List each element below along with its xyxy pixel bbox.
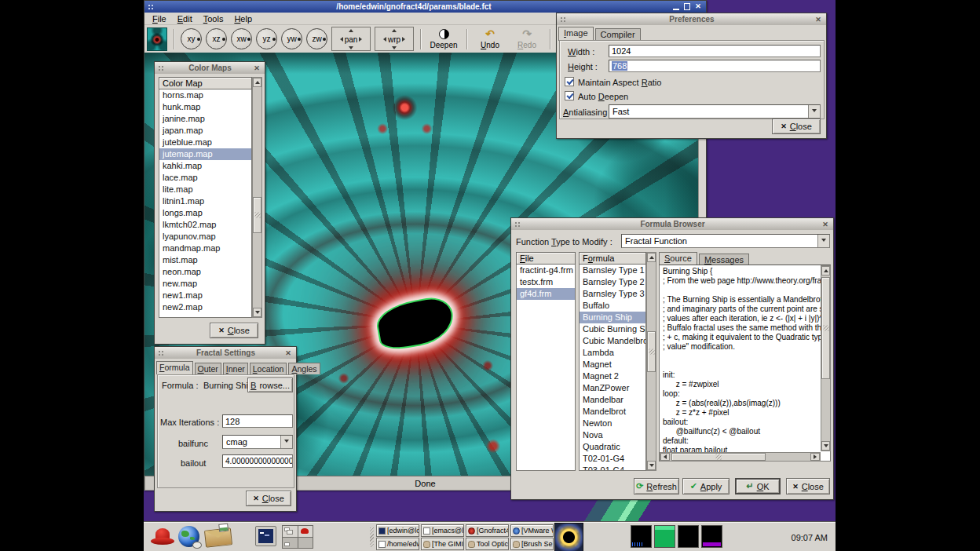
auto-deepen-checkbox[interactable] <box>565 91 574 100</box>
source-vscrollbar[interactable] <box>821 265 831 451</box>
list-item[interactable]: fractint-g4.frm <box>517 265 575 276</box>
menu-tools[interactable]: Tools <box>199 13 229 24</box>
source-hscrollbar[interactable] <box>660 452 821 462</box>
formula-list-scrollbar[interactable] <box>646 252 656 471</box>
file-column-header[interactable]: File <box>516 252 576 265</box>
list-item[interactable]: Cubic Burning Ship <box>580 323 645 335</box>
pan-control[interactable]: pan <box>331 27 371 51</box>
warp-left-icon[interactable] <box>381 37 386 42</box>
undo-button[interactable]: ↶ Undo <box>474 28 506 49</box>
tab-inner[interactable]: Inner <box>223 363 248 374</box>
workspace-2-active[interactable] <box>298 526 313 537</box>
maximize-icon[interactable] <box>682 2 692 11</box>
list-item[interactable]: Barnsley Type 1 <box>580 265 645 276</box>
maintain-aspect-checkbox[interactable] <box>565 77 574 86</box>
list-item[interactable]: Quadratic <box>580 441 645 453</box>
list-item[interactable]: new.map <box>159 278 251 290</box>
list-item-selected[interactable]: Burning Ship <box>580 312 645 323</box>
web-browser-icon[interactable] <box>178 526 199 547</box>
close-icon[interactable]: ✕ <box>693 2 703 11</box>
list-item[interactable]: lace.map <box>159 172 251 184</box>
list-item[interactable]: kahki.map <box>159 160 251 172</box>
list-item[interactable]: T03-01-G4 <box>580 465 645 471</box>
list-item[interactable]: T02-01-G4 <box>580 453 645 465</box>
applet-3[interactable] <box>678 525 699 548</box>
close-icon[interactable]: ✕ <box>814 16 823 24</box>
list-item[interactable]: mist.map <box>159 254 251 266</box>
workspace-4[interactable] <box>298 538 313 549</box>
close-icon[interactable]: ✕ <box>252 64 261 72</box>
pan-down-icon[interactable] <box>349 46 353 52</box>
source-pane[interactable]: Burning Ship { ; From the web page http:… <box>659 265 831 462</box>
taskbar-window-home[interactable]: /home/edw <box>376 538 419 550</box>
workspace-switcher[interactable] <box>282 525 313 549</box>
preferences-titlebar[interactable]: Preferences ✕ <box>557 13 826 25</box>
refresh-button[interactable]: ⟳ Refresh <box>634 478 679 494</box>
minimize-icon[interactable] <box>671 2 681 11</box>
formula-browser-close-button[interactable]: ✕ Close <box>786 478 830 494</box>
tab-angles[interactable]: Angles <box>288 363 320 374</box>
redo-button[interactable]: ↷ Redo <box>510 28 543 49</box>
warp-up-icon[interactable] <box>392 27 397 32</box>
clock[interactable]: 09:07 AM <box>792 523 828 551</box>
fractal-settings-titlebar[interactable]: Fractal Settings ✕ <box>155 347 296 359</box>
pan-right-icon[interactable] <box>359 37 364 42</box>
list-item[interactable]: Barnsley Type 3 <box>580 288 645 300</box>
list-item[interactable]: Mandelbar <box>580 394 645 406</box>
dial-xy[interactable]: xy <box>181 28 202 49</box>
scrollbar-thumb[interactable] <box>671 453 766 461</box>
taskbar-window-vmware[interactable]: [VMware W <box>510 524 554 537</box>
list-item[interactable]: testx.frm <box>517 276 575 288</box>
list-item[interactable]: Magnet <box>580 359 645 370</box>
list-item[interactable]: lyapunov.map <box>159 231 251 243</box>
pan-left-icon[interactable] <box>338 37 343 42</box>
browse-button[interactable]: Browse... <box>247 378 293 392</box>
taskbar-window-brush-selection[interactable]: [Brush Se <box>510 538 554 550</box>
dial-zw[interactable]: zw <box>306 28 327 49</box>
tab-image[interactable]: Image <box>558 27 594 41</box>
tab-compiler[interactable]: Compiler <box>595 28 641 41</box>
list-item[interactable]: lite.map <box>159 184 251 195</box>
height-input[interactable]: 768 <box>609 60 821 72</box>
ok-button[interactable]: ↵ OK <box>735 478 781 494</box>
scrollbar-thumb[interactable] <box>253 197 261 233</box>
chevron-down-icon[interactable] <box>280 436 292 448</box>
applet-4[interactable] <box>701 525 722 548</box>
chevron-down-icon[interactable] <box>817 235 829 247</box>
list-item[interactable]: Lambda <box>580 347 645 359</box>
tab-location[interactable]: Location <box>250 363 287 374</box>
width-input[interactable]: 1024 <box>609 45 821 57</box>
list-item[interactable]: new1.map <box>159 290 251 301</box>
menu-edit[interactable]: Edit <box>173 13 197 24</box>
list-item[interactable]: japan.map <box>159 125 251 137</box>
list-item[interactable]: Magnet 2 <box>580 370 645 382</box>
list-item[interactable]: Cubic Mandelbrot <box>580 335 645 347</box>
list-item[interactable]: Mandelbrot <box>580 406 645 418</box>
list-item[interactable]: mandmap.map <box>159 243 251 254</box>
max-iterations-input[interactable]: 128 <box>222 414 293 428</box>
list-item[interactable]: janine.map <box>159 113 251 125</box>
list-item-selected[interactable]: gf4d.frm <box>517 288 575 300</box>
list-item[interactable]: Barnsley Type 2 <box>580 276 645 288</box>
list-item[interactable]: new2.map <box>159 301 251 313</box>
main-titlebar[interactable]: /home/edwin/gnofract4d/params/blade.fct … <box>144 1 706 13</box>
list-item[interactable]: Nova <box>580 429 645 441</box>
taskbar-window-terminal[interactable]: [edwin@lc <box>376 524 419 537</box>
system-monitor-applet[interactable] <box>631 525 652 548</box>
list-item[interactable]: neon.map <box>159 266 251 278</box>
panel-grip[interactable] <box>370 527 374 547</box>
scrollbar-thumb[interactable] <box>821 277 830 379</box>
menu-file[interactable]: File <box>148 13 171 24</box>
warp-right-icon[interactable] <box>402 37 408 42</box>
tab-formula[interactable]: Formula <box>156 361 193 374</box>
dial-xz[interactable]: xz <box>206 28 227 49</box>
load-applet[interactable] <box>654 525 675 548</box>
fractal-thumbnail[interactable] <box>554 523 583 551</box>
list-item[interactable]: litnin1.map <box>159 195 251 207</box>
formula-column-header[interactable]: Formula <box>579 252 646 265</box>
workspace-1[interactable] <box>283 526 298 537</box>
bailout-input[interactable]: 4.0000000000000000 <box>222 454 293 468</box>
list-item-selected[interactable]: jutemap.map <box>159 148 251 160</box>
bailfunc-combo[interactable]: cmag <box>222 435 293 449</box>
redhat-menu-icon[interactable] <box>150 526 175 548</box>
